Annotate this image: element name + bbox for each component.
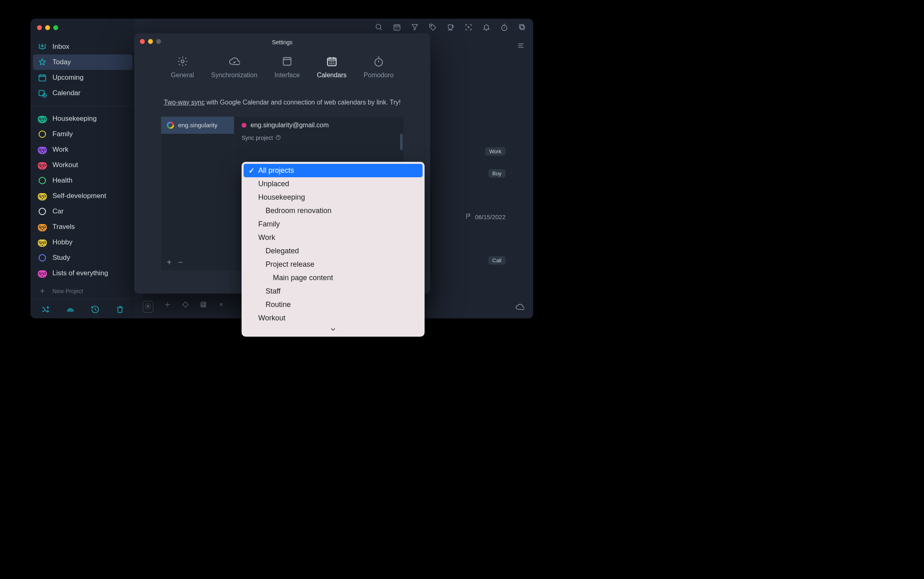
sidebar-project-item[interactable]: Family <box>31 126 135 142</box>
dropdown-item[interactable]: Staff <box>244 285 423 298</box>
sidebar-item-label: Calendar <box>52 89 81 97</box>
gear-icon <box>177 55 189 67</box>
tab-calendars[interactable]: Calendars <box>317 55 346 79</box>
svg-rect-0 <box>39 75 46 81</box>
flag-icon <box>465 213 472 221</box>
history-button[interactable] <box>90 304 100 315</box>
tag-button[interactable] <box>428 23 437 32</box>
settings-button[interactable] <box>143 301 153 313</box>
project-color-icon <box>38 130 47 139</box>
tab-interface[interactable]: Interface <box>275 55 300 79</box>
bell-button[interactable] <box>482 23 491 32</box>
svg-point-5 <box>431 25 432 26</box>
window-icon <box>281 55 293 67</box>
sidebar-project-item[interactable]: Study <box>31 250 135 266</box>
account-row[interactable]: eng.singularity <box>161 117 234 134</box>
search-button[interactable] <box>375 23 384 32</box>
dropdown-item[interactable]: Bedroom renovation <box>244 204 423 218</box>
description-rest: with Google Calendar and connection of w… <box>205 99 401 106</box>
svg-point-6 <box>468 26 469 28</box>
scrollbar[interactable] <box>400 134 403 150</box>
rainbow-button[interactable] <box>65 304 76 315</box>
sidebar-project-item[interactable]: Health <box>31 173 135 188</box>
two-way-sync-link[interactable]: Two-way sync <box>164 99 205 106</box>
add-account-button[interactable]: + <box>167 258 172 267</box>
sidebar-project-item[interactable]: Work <box>31 142 135 157</box>
trash-button[interactable] <box>115 304 125 315</box>
tab-label: Synchronization <box>211 72 257 79</box>
task-tag-work[interactable]: Work <box>485 147 506 156</box>
dropdown-more-chevron[interactable] <box>242 326 425 335</box>
dropdown-item[interactable]: Family <box>244 218 423 231</box>
new-project-button[interactable]: + New Project <box>31 283 135 299</box>
project-label: Travels <box>52 223 75 231</box>
tab-label: Interface <box>275 72 300 79</box>
dropdown-item[interactable]: Workout <box>244 311 423 325</box>
diamond-button[interactable] <box>182 301 189 313</box>
dropdown-item[interactable]: Main page content <box>244 271 423 285</box>
stopwatch-icon <box>373 55 385 67</box>
stopwatch-button[interactable] <box>500 23 509 32</box>
sidebar-item-calendar[interactable]: Calendar <box>31 85 135 101</box>
sync-project-label: Sync project <box>242 135 396 141</box>
dropdown-item[interactable]: Housekeeping <box>244 191 423 204</box>
dropdown-item[interactable]: Unplaced <box>244 177 423 191</box>
sidebar-item-upcoming[interactable]: Upcoming <box>31 70 135 85</box>
new-project-label: New Project <box>52 288 83 294</box>
svg-rect-8 <box>521 26 525 30</box>
sidebar-project-item[interactable]: Self-development <box>31 188 135 204</box>
sidebar-project-item[interactable]: Car <box>31 204 135 219</box>
svg-point-16 <box>375 59 383 66</box>
cloud-sync-button[interactable] <box>515 303 524 313</box>
shuffle-button[interactable] <box>40 304 51 315</box>
star-icon <box>38 58 47 67</box>
sidebar-item-today[interactable]: Today <box>33 54 133 70</box>
project-label: Family <box>52 130 73 138</box>
sidebar-item-label: Upcoming <box>52 74 84 82</box>
minimize-button[interactable] <box>45 25 50 30</box>
sidebar-nav: Inbox Today Upcoming Calendar <box>31 37 135 103</box>
dropdown-item[interactable]: Routine <box>244 298 423 311</box>
menu-button[interactable] <box>517 41 525 51</box>
remove-account-button[interactable]: − <box>178 258 183 267</box>
settings-maximize-button[interactable] <box>156 39 161 44</box>
sidebar-project-item[interactable]: Travels <box>31 219 135 235</box>
tab-synchronization[interactable]: Synchronization <box>211 55 257 79</box>
dropdown-item[interactable]: Work <box>244 231 423 244</box>
cup-button[interactable] <box>446 23 455 32</box>
dropdown-item[interactable]: Project release <box>244 258 423 271</box>
task-tag-buy[interactable]: Buy <box>488 169 506 178</box>
sidebar-project-item[interactable]: Workout <box>31 157 135 173</box>
tab-label: General <box>171 72 194 79</box>
sidebar-item-inbox[interactable]: Inbox <box>31 39 135 54</box>
dropdown-item[interactable]: All projects <box>244 164 423 177</box>
svg-point-3 <box>376 24 381 29</box>
plus-icon: + <box>38 287 47 296</box>
sidebar-project-item[interactable]: Housekeeping <box>31 111 135 126</box>
sidebar-project-item[interactable]: Hobby <box>31 235 135 250</box>
sidebar-project-item[interactable]: Lists of everything <box>31 266 135 281</box>
grid-button[interactable] <box>200 301 207 313</box>
accounts-footer: + − <box>161 255 234 270</box>
svg-point-12 <box>220 304 222 306</box>
top-toolbar <box>375 23 527 32</box>
maximize-button[interactable] <box>53 25 58 30</box>
copy-button[interactable] <box>518 23 527 32</box>
task-tag-call[interactable]: Call <box>488 256 506 265</box>
sidebar-bottom-toolbar <box>31 299 135 318</box>
project-dropdown: All projectsUnplacedHousekeepingBedroom … <box>242 162 425 337</box>
dropdown-item[interactable]: Delegated <box>244 244 423 258</box>
settings-minimize-button[interactable] <box>148 39 153 44</box>
close-button[interactable] <box>37 25 42 30</box>
target-button[interactable] <box>218 301 225 313</box>
tab-general[interactable]: General <box>171 55 194 79</box>
account-color-dot <box>242 123 246 128</box>
settings-close-button[interactable] <box>140 39 145 44</box>
cloud-icon <box>228 55 240 67</box>
calendar-button[interactable] <box>392 23 401 32</box>
tab-pomodoro[interactable]: Pomodoro <box>364 55 394 79</box>
focus-button[interactable] <box>464 23 473 32</box>
help-icon[interactable] <box>275 135 281 141</box>
add-button[interactable] <box>164 301 171 313</box>
filter-button[interactable] <box>410 23 419 32</box>
